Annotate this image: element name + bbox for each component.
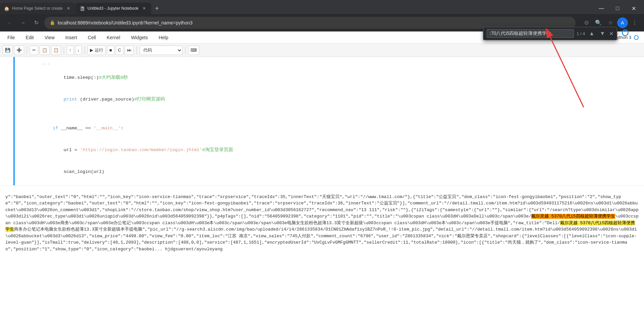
restart-run-button[interactable]: ⏭ [125,46,134,55]
search-input[interactable] [487,29,574,38]
tab-home[interactable]: 🏠 Home Page Select or create ✕ [0,3,75,14]
search-action[interactable]: 🔍 [593,17,604,28]
menu-cell[interactable]: Cell [86,34,98,42]
menu-edit[interactable]: Edit [24,34,36,42]
toolbar-separator-1 [27,46,27,54]
menu-file[interactable]: File [5,34,17,42]
profile-icon[interactable]: A [617,17,628,28]
tab-bar: 🏠 Home Page Select or create ✕ 📓 Untitle… [0,0,644,14]
menu-view[interactable]: View [43,34,57,42]
kernel-busy-indicator [622,29,629,36]
run-label: 运行 [95,47,103,53]
menu-help[interactable]: Help [157,34,170,42]
search-next-button[interactable]: ▼ [598,30,606,37]
tab-jupyter-close[interactable]: ✕ [141,5,147,11]
menu-widgets[interactable]: Widgets [129,34,150,42]
save-button[interactable]: 💾 [3,46,13,55]
bookmark-icon[interactable]: ☆ [605,17,616,28]
toolbar-separator-3 [85,46,85,54]
stop-button[interactable]: ■ [107,46,114,55]
menu-insert[interactable]: Insert [63,34,79,42]
toolbar-separator-5 [185,46,185,54]
cell-type-select[interactable]: 代码 Markdown Raw NBConvert [140,46,182,55]
main-content: ... time.sleep(6)#大约加载6秒 print (driver.p… [0,57,644,312]
paste-button[interactable]: 📋 [51,46,61,55]
code-line-print: print (driver.page_source)#打印网页源码 [15,88,644,110]
menu-kernel[interactable]: Kernel [105,34,122,42]
output-text: y":"baobei","outer_text":"0","html":"","… [0,186,644,260]
run-icon: ▶ [90,48,93,53]
tab-jupyter[interactable]: 📓 Untitled3 - Jupyter Notebook ✕ [75,3,151,14]
restart-button[interactable]: C [116,46,123,55]
cut-button[interactable]: ✂ [30,46,38,55]
maximize-button[interactable]: □ [610,3,625,14]
forward-button[interactable]: → [17,17,28,28]
window-controls: — □ ✕ [591,3,644,14]
output-area: y":"baobei","outer_text":"0","html":"","… [0,185,644,312]
copy-button[interactable]: 📋 [40,46,50,55]
code-line-sleep: time.sleep(6)#大约加载6秒 [15,67,644,89]
browser-actions: ⊙ 🔍 ☆ A ⋮ [581,17,640,28]
tab-jupyter-icon: 📓 [79,6,85,11]
search-count: 1 / 4 [577,31,585,36]
search-prev-button[interactable]: ▲ [588,30,596,37]
minimize-button[interactable]: — [594,3,609,14]
code-line-main: if __name__ == '__main__': [15,118,644,139]
new-tab-button[interactable]: + [151,3,163,14]
tab-home-title: Home Page Select or create [12,6,63,11]
tab-jupyter-title: Untitled3 - Jupyter Notebook [88,6,139,11]
move-up-button[interactable]: ↑ [67,46,74,55]
move-down-button[interactable]: ↓ [75,46,82,55]
back-button[interactable]: ← [4,17,15,28]
url-display: localhost:8889/notebooks/Untitled3.ipynb… [58,20,570,25]
tab-home-close[interactable]: ✕ [65,5,71,11]
notebook-toolbar: 💾 ➕ ✂ 📋 📋 ↑ ↓ ▶ 运行 ■ C ⏭ 代码 Markdown Raw… [0,44,644,57]
code-cell[interactable]: ... time.sleep(6)#大约加载6秒 print (driver.p… [13,57,644,185]
extensions-icon[interactable]: ⋮ [629,17,640,28]
close-button[interactable]: ✕ [626,3,641,14]
refresh-button[interactable]: ↻ [31,17,42,28]
run-button[interactable]: ▶ 运行 [88,46,106,55]
search-close-button[interactable]: ✕ [609,30,613,37]
keyboard-shortcut-button[interactable]: ⌨ [188,46,199,55]
toolbar-separator-4 [137,46,137,54]
code-line-url: url = 'https://login.taobao.com/member/l… [15,139,644,161]
add-cell-button[interactable]: ➕ [14,46,24,55]
code-line-blank [15,110,644,118]
search-overlay: 1 / 4 ▲ ▼ ✕ [483,27,617,40]
code-line-truncated: ... [15,60,644,67]
toolbar-separator-2 [64,46,64,54]
code-line-scan: scan_login(url) [15,161,644,183]
lens-icon[interactable]: ⊙ [581,17,592,28]
lock-icon: 🔒 [50,20,55,25]
tab-home-icon: 🏠 [4,6,9,11]
